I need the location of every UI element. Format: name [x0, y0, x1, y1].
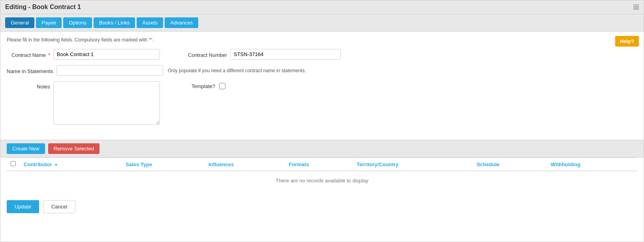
- tab-books-links[interactable]: Books / Links: [94, 17, 135, 28]
- name-in-statements-label: Name in Statements: [7, 67, 53, 74]
- table-header-row: Contributor ▼ Sales Type Influences Form…: [7, 158, 637, 171]
- name-in-statements-hint: Only populate if you need a different co…: [168, 68, 306, 73]
- remove-selected-button[interactable]: Remove Selected: [48, 143, 100, 154]
- notes-textarea[interactable]: [53, 81, 160, 125]
- contract-name-input[interactable]: [53, 49, 160, 60]
- no-records-row: There are no records available to displa…: [7, 171, 637, 190]
- template-group: Template?: [184, 81, 225, 89]
- form-row-name-statements: Name in Statements Only populate if you …: [7, 65, 637, 76]
- cancel-button[interactable]: Cancel: [43, 200, 75, 213]
- name-in-statements-group: Name in Statements Only populate if you …: [7, 65, 306, 76]
- form-section: Contract Name * Contract Number Name in …: [7, 49, 637, 125]
- instructions-text: Please fill in the following fields. Com…: [7, 37, 637, 43]
- col-sales-type[interactable]: Sales Type: [122, 158, 205, 171]
- no-records-text: There are no records available to displa…: [7, 171, 637, 190]
- col-schedule[interactable]: Schedule: [473, 158, 547, 171]
- tab-payee[interactable]: Payee: [36, 17, 62, 28]
- tab-advances[interactable]: Advances: [165, 17, 198, 28]
- required-marker: *: [47, 52, 50, 58]
- tab-options[interactable]: Options: [63, 17, 92, 28]
- form-row-notes: Notes Template?: [7, 81, 637, 125]
- tab-general[interactable]: General: [5, 17, 34, 28]
- action-bar: Create New Remove Selected: [0, 140, 644, 158]
- col-contributor[interactable]: Contributor ▼: [20, 158, 122, 171]
- close-button[interactable]: □: [633, 4, 639, 10]
- notes-group: Notes: [7, 81, 160, 125]
- col-territory-country[interactable]: Territory/Country: [353, 158, 473, 171]
- contract-name-group: Contract Name *: [7, 49, 160, 60]
- contract-number-label: Contract Number: [184, 51, 227, 58]
- table-section: Contributor ▼ Sales Type Influences Form…: [0, 158, 644, 190]
- contract-name-label: Contract Name *: [7, 51, 50, 58]
- select-all-checkbox[interactable]: [11, 161, 16, 166]
- tab-assets[interactable]: Assets: [137, 17, 163, 28]
- create-new-button[interactable]: Create New: [7, 143, 45, 154]
- data-table: Contributor ▼ Sales Type Influences Form…: [7, 158, 637, 190]
- page-title: Editing - Book Contract 1: [5, 4, 81, 11]
- form-row-contract: Contract Name * Contract Number: [7, 49, 637, 60]
- tab-bar: General Payee Options Books / Links Asse…: [0, 14, 644, 32]
- col-withholding[interactable]: Withholding: [547, 158, 637, 171]
- template-label: Template?: [184, 83, 215, 89]
- contract-number-input[interactable]: [230, 49, 341, 60]
- content-area: Please fill in the following fields. Com…: [0, 32, 644, 136]
- update-button[interactable]: Update: [7, 200, 39, 213]
- template-checkbox[interactable]: [219, 83, 225, 89]
- main-window: Editing - Book Contract 1 □ General Paye…: [0, 0, 644, 242]
- col-influences[interactable]: Influences: [205, 158, 285, 171]
- col-formats[interactable]: Formats: [285, 158, 353, 171]
- select-all-header: [7, 158, 20, 171]
- title-bar: Editing - Book Contract 1 □: [0, 0, 644, 14]
- notes-label: Notes: [7, 81, 50, 90]
- name-in-statements-input[interactable]: [56, 65, 163, 76]
- bottom-actions: Update Cancel: [0, 194, 644, 219]
- contributor-sort-icon: ▼: [54, 163, 58, 167]
- contract-number-group: Contract Number: [184, 49, 341, 60]
